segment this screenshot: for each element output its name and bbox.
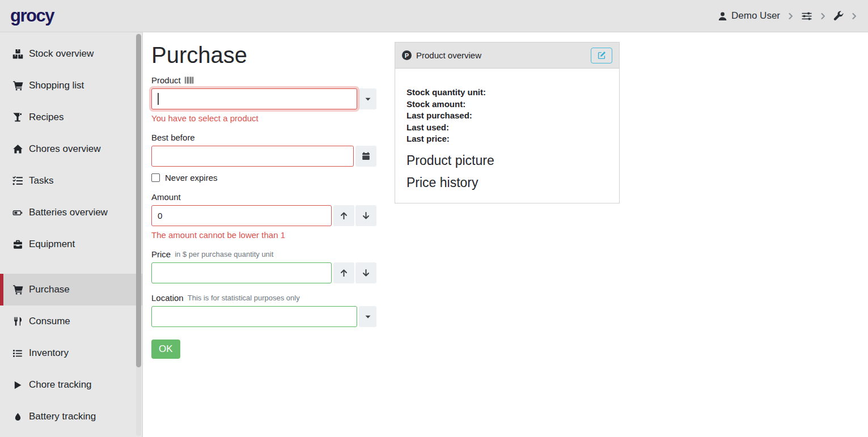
calendar-button[interactable] — [355, 146, 376, 167]
sliders-icon — [801, 11, 812, 21]
user-name-label: Demo User — [731, 10, 780, 22]
edit-product-button[interactable] — [591, 48, 612, 63]
sidebar-item-batteries-overview[interactable]: Batteries overview — [0, 197, 142, 228]
product-error-text: You have to select a product — [151, 113, 376, 123]
page-title: Purchase — [151, 41, 376, 69]
sidebar-item-equipment[interactable]: Equipment — [0, 228, 142, 260]
location-hint: This is for statistical purposes only — [188, 294, 300, 302]
product-dropdown-button[interactable] — [359, 88, 376, 109]
sidebar-item-chore-tracking[interactable]: Chore tracking — [0, 369, 142, 401]
top-nav: Demo User — [718, 10, 858, 22]
sidebar-item-shopping-list[interactable]: Shopping list — [0, 70, 142, 101]
toolbox-icon — [11, 239, 24, 249]
last-price-field: Last price: — [407, 133, 608, 145]
location-group: Location This is for statistical purpose… — [151, 293, 376, 327]
tasks-icon — [11, 176, 24, 186]
play-icon — [11, 380, 24, 390]
shopping-cart-icon — [11, 285, 24, 295]
boxes-icon — [11, 49, 24, 60]
sidebar-item-battery-tracking[interactable]: Battery tracking — [0, 401, 142, 432]
sidebar-item-label: Shopping list — [29, 80, 84, 91]
manage-master-data-menu[interactable] — [801, 11, 812, 21]
user-menu[interactable]: Demo User — [718, 10, 780, 22]
sidebar-item-label: Equipment — [29, 239, 75, 250]
product-group: Product You have to select a product — [151, 75, 376, 123]
top-bar: grocy Demo User — [0, 0, 868, 32]
list-icon — [11, 349, 24, 358]
best-before-group: Best before Never expires — [151, 133, 376, 183]
best-before-label: Best before — [151, 133, 195, 142]
sidebar-scrollbar-thumb[interactable] — [136, 34, 141, 367]
price-input[interactable] — [151, 262, 332, 283]
last-used-field: Last used: — [407, 122, 608, 134]
edit-icon — [598, 51, 606, 60]
product-circle-icon: P — [402, 50, 412, 60]
ok-button[interactable]: OK — [151, 340, 180, 359]
user-icon — [718, 11, 727, 21]
sidebar: Stock overview Shopping list Recipes Cho… — [0, 32, 143, 437]
product-overview-panel: P Product overview Stock quantity unit: … — [395, 42, 620, 203]
sidebar-item-label: Consume — [29, 316, 70, 327]
price-group: Price in $ per purchase quantity unit — [151, 249, 376, 283]
product-overview-body: Stock quantity unit: Stock amount: Last … — [395, 69, 619, 203]
amount-decrement-button[interactable] — [355, 205, 376, 226]
price-label: Price — [151, 249, 171, 259]
sidebar-item-inventory[interactable]: Inventory — [0, 337, 142, 369]
sidebar-item-label: Batteries overview — [29, 207, 108, 218]
sidebar-item-label: Stock overview — [29, 48, 94, 60]
last-purchased-field: Last purchased: — [407, 110, 608, 122]
arrow-down-icon — [362, 211, 370, 220]
amount-label: Amount — [151, 192, 181, 202]
chevron-right-icon — [819, 12, 827, 20]
never-expires-label: Never expires — [165, 173, 218, 183]
product-overview-header: P Product overview — [395, 43, 619, 69]
sidebar-nav: Stock overview Shopping list Recipes Cho… — [0, 32, 142, 432]
wrench-icon — [833, 11, 844, 21]
cocktail-icon — [11, 112, 24, 122]
price-history-heading: Price history — [407, 175, 608, 190]
amount-input[interactable] — [151, 205, 332, 226]
caret-down-icon — [365, 315, 371, 319]
sidebar-item-consume[interactable]: Consume — [0, 306, 142, 337]
product-input[interactable] — [151, 88, 357, 109]
price-decrement-button[interactable] — [355, 262, 376, 283]
sidebar-item-tasks[interactable]: Tasks — [0, 165, 142, 197]
amount-increment-button[interactable] — [333, 205, 354, 226]
product-overview-title: Product overview — [416, 50, 481, 60]
price-hint: in $ per purchase quantity unit — [175, 250, 273, 258]
tint-icon — [11, 412, 24, 422]
stock-quantity-unit-field: Stock quantity unit: — [407, 87, 608, 99]
never-expires-checkbox[interactable] — [151, 173, 160, 182]
location-dropdown-button[interactable] — [359, 306, 376, 327]
product-overview-column: P Product overview Stock quantity unit: … — [395, 42, 620, 203]
home-icon — [11, 144, 24, 154]
sidebar-item-label: Chore tracking — [29, 379, 92, 391]
shopping-cart-icon — [11, 80, 24, 91]
sidebar-item-stock-overview[interactable]: Stock overview — [0, 38, 142, 70]
price-increment-button[interactable] — [333, 262, 354, 283]
sidebar-item-recipes[interactable]: Recipes — [0, 101, 142, 133]
caret-down-icon — [365, 97, 371, 101]
sidebar-item-purchase[interactable]: Purchase — [0, 274, 142, 306]
best-before-input[interactable] — [151, 146, 354, 167]
settings-menu[interactable] — [833, 11, 844, 21]
utensils-icon — [11, 316, 24, 326]
location-label: Location — [151, 293, 184, 303]
sidebar-item-label: Battery tracking — [29, 411, 96, 422]
calendar-icon — [362, 152, 370, 160]
location-input[interactable] — [151, 306, 357, 327]
amount-group: Amount The amount cannot be lower than 1 — [151, 192, 376, 240]
arrow-down-icon — [362, 269, 370, 277]
sidebar-item-label: Chores overview — [29, 143, 101, 155]
sidebar-item-label: Inventory — [29, 347, 69, 359]
grocy-logo[interactable]: grocy — [10, 6, 54, 26]
sidebar-item-chores-overview[interactable]: Chores overview — [0, 133, 142, 165]
sidebar-item-label: Tasks — [29, 175, 53, 186]
sidebar-section-gap — [0, 260, 142, 274]
sidebar-item-label: Purchase — [29, 284, 70, 295]
arrow-up-icon — [340, 269, 348, 277]
sidebar-item-label: Recipes — [29, 112, 63, 123]
battery-icon — [11, 208, 24, 218]
barcode-icon — [185, 77, 196, 84]
sidebar-scrollbar-track[interactable] — [136, 33, 141, 436]
